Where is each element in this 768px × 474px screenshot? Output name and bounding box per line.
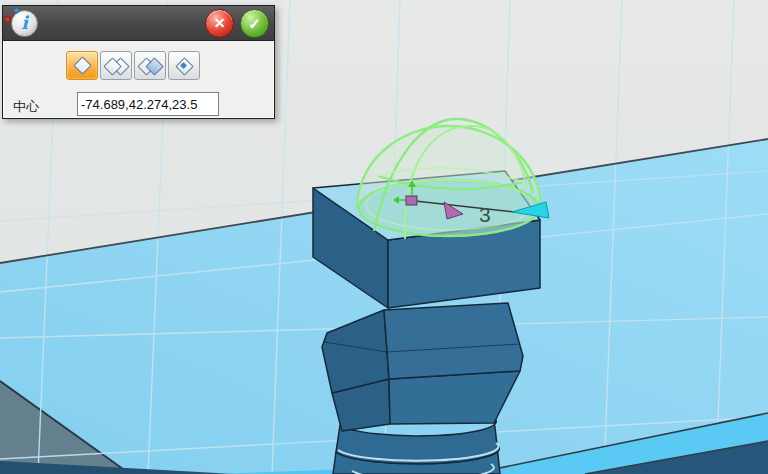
center-field-label: 中心 bbox=[13, 98, 39, 116]
filter-single-point-button[interactable] bbox=[66, 51, 98, 80]
sphere-input-dialog: i ✕ ✓ 中心 bbox=[2, 5, 275, 119]
center-coordinate-input[interactable] bbox=[77, 92, 219, 116]
filter-between-points-button[interactable] bbox=[168, 51, 200, 80]
cad-3d-viewport[interactable]: 3 i ✕ ✓ 中心 bbox=[0, 0, 768, 474]
dialog-titlebar[interactable]: i ✕ ✓ bbox=[3, 6, 274, 41]
filter-two-points-button[interactable] bbox=[100, 51, 132, 80]
mid-block-right-face bbox=[384, 303, 523, 379]
cancel-button[interactable]: ✕ bbox=[205, 9, 234, 38]
radius-value-label: 3 bbox=[479, 203, 491, 226]
filter-point-pair-button[interactable] bbox=[134, 51, 166, 80]
point-picker-icon[interactable] bbox=[3, 6, 21, 24]
ok-button[interactable]: ✓ bbox=[240, 9, 269, 38]
diamond-icon bbox=[73, 56, 91, 74]
